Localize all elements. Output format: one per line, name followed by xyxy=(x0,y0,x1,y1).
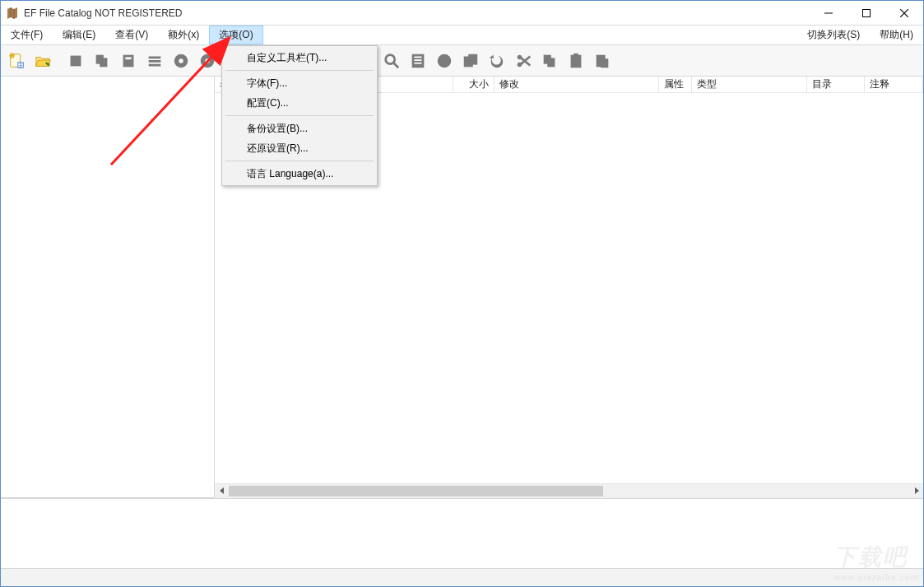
svg-rect-29 xyxy=(571,54,582,68)
scroll-track[interactable] xyxy=(229,484,909,498)
svg-rect-20 xyxy=(414,59,421,61)
minimize-button[interactable] xyxy=(810,1,847,26)
scroll-thumb[interactable] xyxy=(229,486,603,496)
toolbar xyxy=(1,45,923,77)
app-window: EF File Catalog NOT REGISTERED 文件(F) 编辑(… xyxy=(0,0,924,587)
clipboard-icon[interactable] xyxy=(564,49,588,73)
circle-icon[interactable] xyxy=(432,49,457,73)
svg-point-17 xyxy=(386,54,395,63)
top-split: 名称 大小 修改 属性 类型 目录 注释 xyxy=(1,77,923,498)
h-scrollbar[interactable] xyxy=(215,483,923,497)
duplicate-icon[interactable] xyxy=(458,49,483,73)
cut-icon[interactable] xyxy=(116,49,141,73)
scroll-right-icon[interactable] xyxy=(909,484,923,498)
scissors-icon[interactable] xyxy=(511,49,536,73)
svg-rect-4 xyxy=(71,55,81,66)
copy-icon[interactable] xyxy=(90,49,114,73)
undo-icon[interactable] xyxy=(485,49,509,73)
col-dir[interactable]: 目录 xyxy=(807,77,865,92)
svg-rect-21 xyxy=(414,62,421,63)
col-modified[interactable]: 修改 xyxy=(495,77,659,92)
svg-rect-8 xyxy=(125,57,131,59)
content-area: 名称 大小 修改 属性 类型 目录 注释 xyxy=(1,77,923,568)
menu-extra[interactable]: 额外(x) xyxy=(158,26,209,44)
dd-restore-settings[interactable]: 还原设置(R)... xyxy=(224,138,375,158)
dd-sep xyxy=(225,161,374,161)
dd-language[interactable]: 语言 Language(a)... xyxy=(224,164,375,184)
menu-switch-list[interactable]: 切换列表(S) xyxy=(797,26,870,44)
svg-rect-30 xyxy=(573,53,578,56)
svg-rect-28 xyxy=(547,58,555,67)
svg-rect-32 xyxy=(601,58,608,68)
svg-rect-7 xyxy=(123,54,134,67)
dd-config[interactable]: 配置(C)... xyxy=(224,93,375,113)
col-size[interactable]: 大小 xyxy=(453,77,495,92)
menu-edit[interactable]: 编辑(E) xyxy=(53,26,105,44)
svg-rect-24 xyxy=(468,54,477,64)
col-comment[interactable]: 注释 xyxy=(865,77,923,92)
close-button[interactable] xyxy=(885,1,923,26)
svg-point-12 xyxy=(205,58,210,63)
svg-rect-19 xyxy=(414,56,421,58)
search-icon[interactable] xyxy=(379,49,404,73)
open-folder-icon[interactable] xyxy=(30,49,55,73)
bottom-pane[interactable] xyxy=(1,498,923,568)
scroll-left-icon[interactable] xyxy=(215,484,229,498)
menu-file[interactable]: 文件(F) xyxy=(1,26,53,44)
menu-options[interactable]: 选项(O) xyxy=(209,26,262,44)
refresh-disc-icon[interactable] xyxy=(195,49,220,73)
dd-font[interactable]: 字体(F)... xyxy=(224,73,375,93)
stop-icon[interactable] xyxy=(63,49,88,73)
maximize-button[interactable] xyxy=(847,1,885,26)
titlebar: EF File Catalog NOT REGISTERED xyxy=(1,1,923,26)
col-attr[interactable]: 属性 xyxy=(659,77,692,92)
menu-help[interactable]: 帮助(H) xyxy=(870,26,923,44)
dd-sep xyxy=(225,70,374,71)
options-dropdown: 自定义工具栏(T)... 字体(F)... 配置(C)... 备份设置(B)..… xyxy=(221,45,378,186)
window-title: EF File Catalog NOT REGISTERED xyxy=(24,7,183,19)
menu-view[interactable]: 查看(V) xyxy=(105,26,158,44)
dd-customize-toolbar[interactable]: 自定义工具栏(T)... xyxy=(224,48,375,68)
col-type[interactable]: 类型 xyxy=(692,77,807,92)
tree-pane[interactable] xyxy=(1,77,215,497)
dd-backup-settings[interactable]: 备份设置(B)... xyxy=(224,119,375,138)
svg-point-22 xyxy=(438,54,452,68)
dd-sep xyxy=(225,115,374,116)
app-icon xyxy=(6,7,19,20)
statusbar xyxy=(1,568,923,586)
properties-icon[interactable] xyxy=(406,49,430,73)
paste-icon[interactable] xyxy=(590,49,615,73)
svg-point-10 xyxy=(179,58,183,63)
svg-rect-6 xyxy=(100,58,107,67)
svg-rect-0 xyxy=(863,9,871,16)
settings-icon[interactable] xyxy=(142,49,167,73)
disc-icon[interactable] xyxy=(169,49,193,73)
new-catalog-icon[interactable] xyxy=(4,49,29,73)
menubar: 文件(F) 编辑(E) 查看(V) 额外(x) 选项(O) 切换列表(S) 帮助… xyxy=(1,26,923,45)
copy2-icon[interactable] xyxy=(537,49,562,73)
